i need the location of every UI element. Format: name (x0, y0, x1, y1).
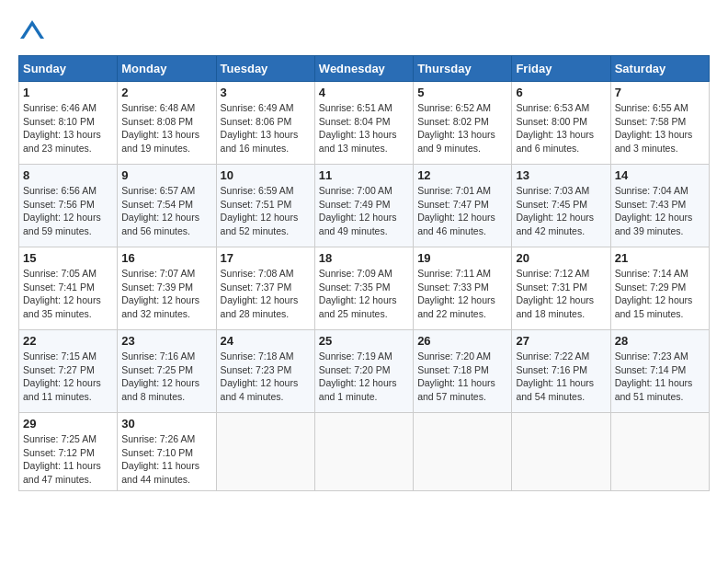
day-number: 30 (121, 417, 211, 431)
day-detail: Sunrise: 7:22 AM Sunset: 7:16 PM Dayligh… (516, 350, 606, 404)
calendar-day-cell: 30Sunrise: 7:26 AM Sunset: 7:10 PM Dayli… (118, 413, 216, 491)
day-detail: Sunrise: 7:00 AM Sunset: 7:49 PM Dayligh… (319, 184, 409, 238)
day-number: 4 (319, 86, 409, 99)
calendar-day-cell: 28Sunrise: 7:23 AM Sunset: 7:14 PM Dayli… (610, 330, 709, 413)
calendar-day-cell: 5Sunrise: 6:52 AM Sunset: 8:02 PM Daylig… (414, 82, 512, 165)
calendar-day-cell (414, 413, 512, 491)
day-detail: Sunrise: 7:26 AM Sunset: 7:10 PM Dayligh… (121, 432, 211, 487)
day-detail: Sunrise: 7:19 AM Sunset: 7:20 PM Dayligh… (319, 350, 409, 404)
day-detail: Sunrise: 6:49 AM Sunset: 8:06 PM Dayligh… (221, 101, 311, 155)
calendar-day-cell: 13Sunrise: 7:03 AM Sunset: 7:45 PM Dayli… (512, 165, 610, 247)
day-detail: Sunrise: 6:48 AM Sunset: 8:08 PM Dayligh… (121, 101, 211, 155)
page-header (18, 18, 710, 46)
calendar-day-cell (216, 413, 314, 491)
day-detail: Sunrise: 7:16 AM Sunset: 7:25 PM Dayligh… (121, 350, 211, 404)
calendar-table: SundayMondayTuesdayWednesdayThursdayFrid… (18, 55, 710, 491)
day-detail: Sunrise: 6:52 AM Sunset: 8:02 PM Dayligh… (417, 101, 507, 155)
logo (18, 18, 50, 46)
day-detail: Sunrise: 6:59 AM Sunset: 7:51 PM Dayligh… (221, 184, 311, 238)
calendar-day-cell: 25Sunrise: 7:19 AM Sunset: 7:20 PM Dayli… (314, 330, 413, 413)
day-detail: Sunrise: 7:20 AM Sunset: 7:18 PM Dayligh… (417, 350, 507, 404)
calendar-header-cell: Tuesday (216, 56, 314, 82)
day-number: 25 (319, 334, 409, 348)
calendar-header-cell: Friday (512, 56, 610, 82)
day-number: 7 (615, 86, 705, 99)
day-number: 13 (516, 168, 606, 182)
day-detail: Sunrise: 7:25 AM Sunset: 7:12 PM Dayligh… (23, 432, 113, 487)
day-detail: Sunrise: 7:01 AM Sunset: 7:47 PM Dayligh… (417, 184, 507, 238)
day-number: 24 (221, 334, 311, 348)
day-number: 1 (23, 86, 113, 99)
day-number: 15 (23, 251, 113, 265)
calendar-day-cell: 2Sunrise: 6:48 AM Sunset: 8:08 PM Daylig… (118, 82, 216, 165)
day-detail: Sunrise: 7:04 AM Sunset: 7:43 PM Dayligh… (615, 184, 705, 238)
calendar-day-cell: 23Sunrise: 7:16 AM Sunset: 7:25 PM Dayli… (118, 330, 216, 413)
day-detail: Sunrise: 7:08 AM Sunset: 7:37 PM Dayligh… (221, 267, 311, 321)
day-number: 11 (319, 168, 409, 182)
calendar-header-cell: Wednesday (314, 56, 413, 82)
calendar-day-cell: 16Sunrise: 7:07 AM Sunset: 7:39 PM Dayli… (118, 247, 216, 330)
calendar-day-cell: 14Sunrise: 7:04 AM Sunset: 7:43 PM Dayli… (610, 165, 709, 247)
calendar-day-cell: 11Sunrise: 7:00 AM Sunset: 7:49 PM Dayli… (314, 165, 413, 247)
calendar-week-row: 15Sunrise: 7:05 AM Sunset: 7:41 PM Dayli… (19, 247, 710, 330)
calendar-header-cell: Monday (118, 56, 216, 82)
day-number: 19 (417, 251, 507, 265)
day-number: 23 (121, 334, 211, 348)
day-detail: Sunrise: 6:46 AM Sunset: 8:10 PM Dayligh… (23, 101, 113, 155)
day-number: 26 (417, 334, 507, 348)
calendar-week-row: 29Sunrise: 7:25 AM Sunset: 7:12 PM Dayli… (19, 413, 710, 491)
calendar-header-cell: Sunday (19, 56, 118, 82)
day-number: 20 (516, 251, 606, 265)
calendar-header: SundayMondayTuesdayWednesdayThursdayFrid… (19, 56, 710, 82)
day-detail: Sunrise: 6:55 AM Sunset: 7:58 PM Dayligh… (615, 101, 705, 155)
calendar-day-cell: 26Sunrise: 7:20 AM Sunset: 7:18 PM Dayli… (414, 330, 512, 413)
calendar-week-row: 1Sunrise: 6:46 AM Sunset: 8:10 PM Daylig… (19, 82, 710, 165)
day-number: 29 (23, 417, 113, 431)
day-detail: Sunrise: 7:15 AM Sunset: 7:27 PM Dayligh… (23, 350, 113, 404)
day-detail: Sunrise: 6:51 AM Sunset: 8:04 PM Dayligh… (319, 101, 409, 155)
day-number: 5 (417, 86, 507, 99)
calendar-day-cell: 3Sunrise: 6:49 AM Sunset: 8:06 PM Daylig… (216, 82, 314, 165)
calendar-day-cell: 9Sunrise: 6:57 AM Sunset: 7:54 PM Daylig… (118, 165, 216, 247)
day-detail: Sunrise: 7:07 AM Sunset: 7:39 PM Dayligh… (121, 267, 211, 321)
day-detail: Sunrise: 6:56 AM Sunset: 7:56 PM Dayligh… (23, 184, 113, 238)
day-detail: Sunrise: 7:09 AM Sunset: 7:35 PM Dayligh… (319, 267, 409, 321)
day-number: 17 (221, 251, 311, 265)
day-number: 27 (516, 334, 606, 348)
day-number: 8 (23, 168, 113, 182)
day-detail: Sunrise: 7:05 AM Sunset: 7:41 PM Dayligh… (23, 267, 113, 321)
day-detail: Sunrise: 7:23 AM Sunset: 7:14 PM Dayligh… (615, 350, 705, 404)
day-number: 3 (221, 86, 311, 99)
day-number: 16 (121, 251, 211, 265)
day-detail: Sunrise: 7:14 AM Sunset: 7:29 PM Dayligh… (615, 267, 705, 321)
day-number: 28 (615, 334, 705, 348)
day-number: 9 (121, 168, 211, 182)
day-number: 10 (221, 168, 311, 182)
day-number: 2 (121, 86, 211, 99)
calendar-header-cell: Thursday (414, 56, 512, 82)
day-number: 14 (615, 168, 705, 182)
day-number: 21 (615, 251, 705, 265)
day-detail: Sunrise: 7:12 AM Sunset: 7:31 PM Dayligh… (516, 267, 606, 321)
calendar-body: 1Sunrise: 6:46 AM Sunset: 8:10 PM Daylig… (19, 82, 710, 491)
calendar-day-cell: 21Sunrise: 7:14 AM Sunset: 7:29 PM Dayli… (610, 247, 709, 330)
calendar-day-cell: 7Sunrise: 6:55 AM Sunset: 7:58 PM Daylig… (610, 82, 709, 165)
day-detail: Sunrise: 7:18 AM Sunset: 7:23 PM Dayligh… (221, 350, 311, 404)
calendar-day-cell: 8Sunrise: 6:56 AM Sunset: 7:56 PM Daylig… (19, 165, 118, 247)
calendar-day-cell: 1Sunrise: 6:46 AM Sunset: 8:10 PM Daylig… (19, 82, 118, 165)
day-number: 22 (23, 334, 113, 348)
calendar-header-cell: Saturday (610, 56, 709, 82)
calendar-day-cell (610, 413, 709, 491)
calendar-day-cell: 19Sunrise: 7:11 AM Sunset: 7:33 PM Dayli… (414, 247, 512, 330)
calendar-day-cell: 12Sunrise: 7:01 AM Sunset: 7:47 PM Dayli… (414, 165, 512, 247)
header-row: SundayMondayTuesdayWednesdayThursdayFrid… (19, 56, 710, 82)
calendar-day-cell: 10Sunrise: 6:59 AM Sunset: 7:51 PM Dayli… (216, 165, 314, 247)
day-detail: Sunrise: 7:11 AM Sunset: 7:33 PM Dayligh… (417, 267, 507, 321)
calendar-day-cell: 22Sunrise: 7:15 AM Sunset: 7:27 PM Dayli… (19, 330, 118, 413)
calendar-day-cell (314, 413, 413, 491)
day-number: 12 (417, 168, 507, 182)
calendar-day-cell: 17Sunrise: 7:08 AM Sunset: 7:37 PM Dayli… (216, 247, 314, 330)
day-detail: Sunrise: 6:53 AM Sunset: 8:00 PM Dayligh… (516, 101, 606, 155)
day-detail: Sunrise: 6:57 AM Sunset: 7:54 PM Dayligh… (121, 184, 211, 238)
day-number: 6 (516, 86, 606, 99)
